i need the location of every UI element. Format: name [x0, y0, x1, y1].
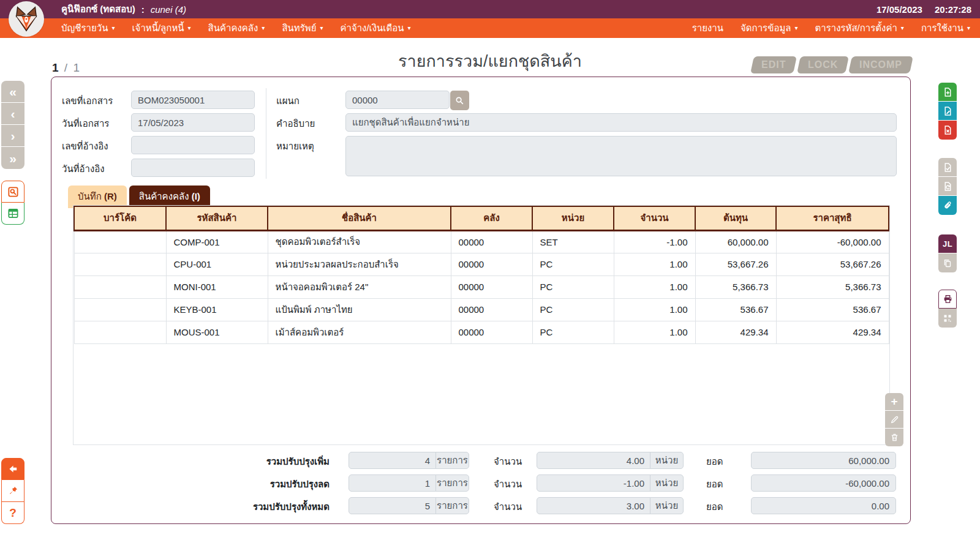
edit-status-button[interactable]: EDIT — [750, 56, 797, 73]
department-label: แผนก — [276, 94, 300, 108]
table-row[interactable]: MONI-001 หน้าจอคอมพิวเตอร์ 24" 00000 PC … — [74, 276, 889, 298]
summary-reduce-row: รวมปรับปรุงลด 1 รายการ จำนวน -1.00 หน่วย… — [51, 474, 910, 492]
doc-no-field[interactable] — [131, 91, 255, 109]
print-button[interactable] — [938, 290, 957, 309]
document-check-icon — [943, 162, 953, 173]
col-code: รหัสสินค้า — [166, 206, 268, 230]
menu-payable-receivable[interactable]: เจ้าหนี้/ลูกหนี้▾ — [132, 21, 190, 36]
qty-unit: หน่วย — [650, 474, 684, 492]
qty-value[interactable]: -1.00 — [537, 474, 650, 492]
bottom-buttons-group: ? — [1, 458, 24, 524]
edit-document-button[interactable] — [938, 102, 957, 121]
amount-value[interactable]: 0.00 — [751, 497, 896, 514]
doc-date-field[interactable] — [131, 113, 255, 132]
cell-barcode — [74, 276, 166, 298]
menu-daily-journal[interactable]: บัญชีรายวัน▾ — [61, 21, 115, 36]
lock-status-button[interactable]: LOCK — [797, 56, 849, 73]
trash-icon — [890, 433, 899, 442]
attachments-button[interactable] — [938, 196, 957, 215]
menu-data-management[interactable]: จัดการข้อมูล▾ — [741, 21, 797, 36]
cell-net: 5,366.73 — [776, 276, 889, 298]
menu-reports[interactable]: รายงาน — [692, 21, 723, 36]
back-button[interactable] — [1, 458, 24, 480]
journal-link-label: JL — [943, 239, 952, 249]
revert-document-button[interactable] — [938, 177, 957, 196]
summary-qty-group: 4.00 หน่วย — [537, 452, 684, 469]
prev-record-button[interactable]: ‹ — [1, 103, 24, 125]
menu-payroll[interactable]: ค่าจ้าง/เงินเดือน▾ — [340, 21, 410, 36]
qty-label: จำนวน — [494, 454, 522, 469]
pushpin-icon — [8, 485, 18, 496]
amount-value[interactable]: -60,000.00 — [751, 474, 896, 492]
cell-qty: 1.00 — [614, 253, 695, 276]
copy-icon — [943, 258, 952, 268]
menu-assets[interactable]: สินทรัพย์▾ — [282, 21, 323, 36]
cell-name: แป้นพิมพ์ ภาษาไทย — [268, 298, 451, 321]
journal-group: JL — [938, 234, 957, 272]
arrow-left-icon — [7, 463, 18, 474]
app-logo — [9, 1, 44, 37]
verify-document-button[interactable] — [938, 158, 957, 177]
cell-unit: PC — [532, 298, 614, 321]
cell-cost: 60,000.00 — [695, 230, 776, 253]
preview-button[interactable] — [1, 181, 24, 203]
table-row[interactable]: MOUS-001 เม้าส์คอมพิวเตอร์ 00000 PC 1.00… — [74, 321, 889, 343]
table-row[interactable]: KEYB-001 แป้นพิมพ์ ภาษาไทย 00000 PC 1.00… — [74, 298, 889, 321]
cell-unit: PC — [532, 321, 614, 343]
col-cost: ต้นทุน — [695, 206, 776, 230]
fox-icon — [12, 5, 40, 33]
count-value[interactable]: 5 — [349, 497, 436, 514]
next-record-button[interactable]: › — [1, 125, 24, 147]
delete-row-button[interactable] — [885, 429, 903, 446]
amount-value[interactable]: 60,000.00 — [751, 452, 896, 469]
summary-label: รวมปรับปรุงลด — [223, 477, 330, 492]
remark-field[interactable] — [345, 136, 897, 176]
qr-code-button[interactable] — [938, 309, 957, 328]
journal-link-button[interactable]: JL — [938, 234, 957, 253]
table-row[interactable]: COMP-001 ชุดคอมพิวเตอร์สำเร็จ 00000 SET … — [74, 230, 889, 253]
add-row-button[interactable]: + — [885, 393, 903, 411]
department-search-button[interactable] — [450, 91, 469, 110]
ref-no-field[interactable] — [131, 136, 255, 154]
col-barcode: บาร์โค้ด — [74, 206, 166, 230]
summary-count-group: 4 รายการ — [349, 452, 469, 469]
col-warehouse: คลัง — [451, 206, 532, 230]
cell-barcode — [74, 321, 166, 343]
count-value[interactable]: 1 — [349, 474, 436, 492]
question-mark-icon: ? — [9, 506, 17, 520]
last-record-button[interactable]: » — [1, 147, 24, 169]
doc-date-label: วันที่เอกสาร — [62, 116, 109, 131]
table-view-button[interactable] — [1, 203, 24, 225]
cell-cost: 429.34 — [695, 321, 776, 343]
row-action-buttons: + — [885, 393, 903, 446]
department-field[interactable] — [345, 91, 450, 109]
cell-code: MOUS-001 — [166, 321, 268, 343]
items-table: บาร์โค้ด รหัสสินค้า ชื่อสินค้า คลัง หน่ว… — [74, 206, 889, 344]
cell-qty: -1.00 — [614, 230, 695, 253]
count-value[interactable]: 4 — [349, 452, 436, 469]
help-button[interactable]: ? — [1, 502, 24, 524]
menu-inventory[interactable]: สินค้าคงคลัง▾ — [208, 21, 265, 36]
duplicate-document-button[interactable] — [938, 253, 957, 272]
cell-cost: 5,366.73 — [695, 276, 776, 298]
incomp-status-button[interactable]: INCOMP — [848, 56, 913, 73]
ref-date-field[interactable] — [131, 159, 255, 177]
new-document-button[interactable] — [938, 83, 957, 102]
delete-document-button[interactable] — [938, 121, 957, 140]
pin-button[interactable] — [1, 480, 24, 502]
menu-usage[interactable]: การใช้งาน▾ — [921, 21, 970, 36]
table-row[interactable]: CPU-001 หน่วยประมวลผลประกอบสำเร็จ 00000 … — [74, 253, 889, 276]
summary-label: รวมปรับปรุงเพิ่ม — [223, 454, 330, 469]
paperclip-icon — [943, 200, 953, 211]
summary-qty-group: 3.00 หน่วย — [537, 497, 684, 514]
menu-code-tables-settings[interactable]: ตารางรหัส/การตั้งค่า▾ — [815, 21, 904, 36]
description-field[interactable] — [345, 113, 897, 132]
qty-unit: หน่วย — [650, 452, 684, 469]
first-record-button[interactable]: « — [1, 81, 24, 103]
qty-value[interactable]: 4.00 — [537, 452, 650, 469]
edit-row-button[interactable] — [885, 411, 903, 429]
qty-value[interactable]: 3.00 — [537, 497, 650, 514]
count-unit: รายการ — [435, 474, 469, 492]
cell-warehouse: 00000 — [451, 230, 532, 253]
cell-barcode — [74, 253, 166, 276]
